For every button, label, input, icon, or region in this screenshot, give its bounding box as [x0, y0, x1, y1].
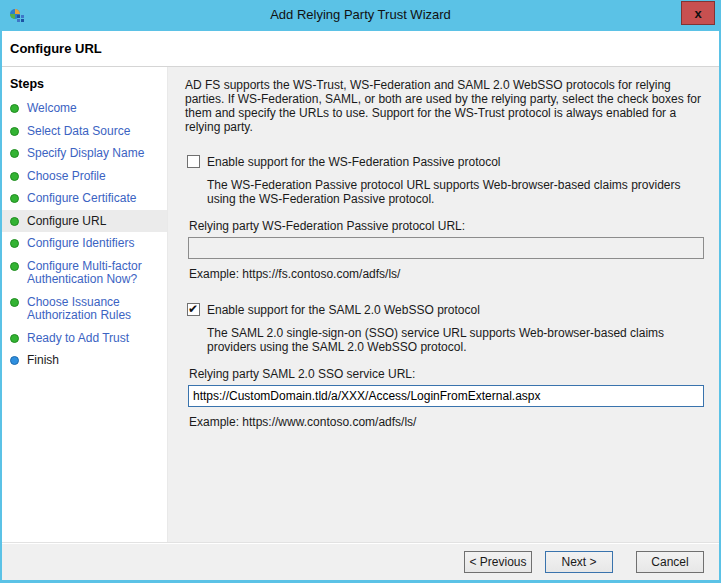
previous-button[interactable]: < Previous	[464, 551, 532, 573]
step-bullet-icon	[10, 172, 19, 181]
sidebar-item-specify-display-name[interactable]: Specify Display Name	[2, 142, 167, 165]
saml-checkbox-label[interactable]: Enable support for the SAML 2.0 WebSSO p…	[207, 303, 480, 317]
saml-description: The SAML 2.0 single-sign-on (SSO) servic…	[207, 326, 704, 354]
wsfed-description: The WS-Federation Passive protocol URL s…	[207, 178, 704, 206]
sidebar-item-welcome[interactable]: Welcome	[2, 97, 167, 120]
close-icon: x	[694, 6, 701, 21]
sidebar-item-ready-to-add-trust[interactable]: Ready to Add Trust	[2, 327, 167, 350]
step-bullet-icon	[10, 239, 19, 248]
main-content: AD FS supports the WS-Trust, WS-Federati…	[168, 67, 719, 543]
wsfed-example: Example: https://fs.contoso.com/adfs/ls/	[189, 267, 704, 281]
page-header: Configure URL	[2, 31, 719, 67]
page-title: Configure URL	[2, 41, 102, 56]
window-title: Add Relying Party Trust Wizard	[2, 7, 719, 22]
wsfed-checkbox-row[interactable]: Enable support for the WS-Federation Pas…	[187, 155, 704, 169]
step-bullet-icon	[10, 262, 19, 271]
close-button[interactable]: x	[681, 1, 715, 25]
sidebar-item-choose-issuance-rules[interactable]: Choose Issuance Authorization Rules	[2, 291, 167, 327]
saml-checkbox[interactable]	[187, 303, 200, 316]
saml-url-input[interactable]	[188, 385, 704, 407]
step-bullet-icon	[10, 334, 19, 343]
steps-sidebar: Steps Welcome Select Data Source Specify…	[2, 67, 168, 543]
step-bullet-icon	[10, 104, 19, 113]
button-bar: < Previous Next > Cancel	[2, 543, 719, 580]
cancel-button[interactable]: Cancel	[636, 551, 704, 573]
saml-url-label: Relying party SAML 2.0 SSO service URL:	[189, 367, 704, 381]
sidebar-item-finish[interactable]: Finish	[2, 349, 167, 372]
wsfed-checkbox[interactable]	[187, 155, 200, 168]
dialog-body: Steps Welcome Select Data Source Specify…	[2, 67, 719, 543]
step-bullet-icon	[10, 217, 19, 226]
sidebar-item-select-data-source[interactable]: Select Data Source	[2, 120, 167, 143]
sidebar-item-choose-profile[interactable]: Choose Profile	[2, 165, 167, 188]
sidebar-item-configure-certificate[interactable]: Configure Certificate	[2, 187, 167, 210]
wsfed-url-input	[188, 237, 704, 259]
step-bullet-icon	[10, 298, 19, 307]
intro-text: AD FS supports the WS-Trust, WS-Federati…	[185, 78, 704, 134]
step-bullet-icon	[10, 194, 19, 203]
saml-checkbox-row[interactable]: Enable support for the SAML 2.0 WebSSO p…	[187, 303, 704, 317]
title-bar: Add Relying Party Trust Wizard x	[2, 0, 719, 31]
saml-example: Example: https://www.contoso.com/adfs/ls…	[189, 415, 704, 429]
steps-heading: Steps	[2, 74, 167, 97]
step-bullet-icon	[10, 356, 19, 365]
next-button[interactable]: Next >	[545, 551, 613, 573]
wsfed-url-label: Relying party WS-Federation Passive prot…	[189, 219, 704, 233]
sidebar-item-configure-identifiers[interactable]: Configure Identifiers	[2, 232, 167, 255]
wsfed-checkbox-label[interactable]: Enable support for the WS-Federation Pas…	[207, 155, 500, 169]
sidebar-item-configure-mfa[interactable]: Configure Multi-factor Authentication No…	[2, 255, 167, 291]
wizard-window: Add Relying Party Trust Wizard x Configu…	[0, 0, 721, 583]
sidebar-item-configure-url[interactable]: Configure URL	[2, 210, 167, 233]
step-bullet-icon	[10, 127, 19, 136]
step-bullet-icon	[10, 149, 19, 158]
